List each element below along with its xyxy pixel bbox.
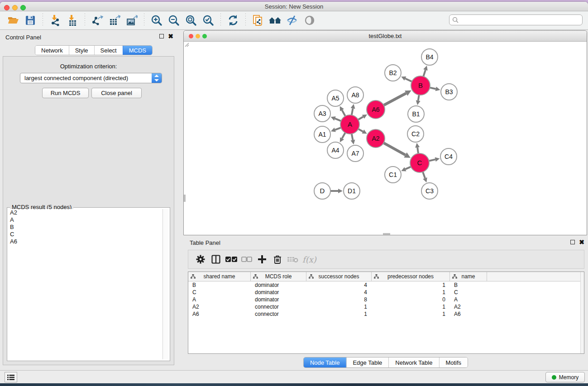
deselect-all-icon[interactable] [239, 253, 254, 266]
node-label-B: B [418, 81, 423, 89]
node-label-C4: C4 [445, 153, 453, 160]
mcds-result-list: A2ABCA6 [9, 209, 163, 359]
save-session-icon[interactable] [23, 13, 38, 28]
arrowhead-icon [415, 143, 420, 148]
table-cell: dominator [251, 296, 306, 303]
split-columns-icon[interactable] [208, 253, 224, 266]
window-title: Session: New Session [0, 3, 588, 10]
task-history-button[interactable] [5, 372, 17, 382]
close-panel-icon[interactable]: ✖ [168, 34, 173, 38]
network-canvas[interactable]: B4B2BB3A5A8A6A3B1AA1C2A2A4A7C4CC1C3DD1 [184, 42, 587, 235]
open-file-icon[interactable] [6, 13, 20, 28]
mcds-result-box: MCDS result (5 nodes) A2ABCA6 [7, 207, 170, 361]
run-mcds-button[interactable]: Run MCDS [42, 88, 89, 98]
column-header-predecessor-nodes[interactable]: predecessor nodes [372, 272, 450, 281]
import-table-icon[interactable] [65, 13, 80, 28]
tab-node-table[interactable]: Node Table [304, 357, 346, 367]
duplicate-network-icon[interactable] [251, 13, 265, 28]
tab-motifs[interactable]: Motifs [439, 357, 468, 367]
select-all-icon[interactable] [224, 253, 239, 266]
node-label-B2: B2 [389, 69, 397, 76]
refresh-icon[interactable] [226, 13, 240, 28]
table-cell: A [450, 296, 487, 303]
tab-style[interactable]: Style [69, 46, 94, 55]
table-body: Bdominator41BCdominator41CAdominator80AA… [188, 281, 580, 353]
import-network-icon[interactable] [48, 13, 62, 28]
table-cell: connector [251, 310, 306, 318]
table-cell: 1 [372, 289, 450, 296]
memory-button[interactable]: Memory [545, 372, 585, 382]
memory-status-icon [552, 375, 556, 380]
mcds-list-scrollbar[interactable] [163, 209, 168, 359]
arrowhead-icon [351, 104, 355, 109]
table-row[interactable]: Adominator80A [188, 296, 580, 303]
table-cell: 8 [306, 296, 372, 303]
criterion-value: largest connected component (directed) [24, 75, 128, 81]
canvas-vscroll-stub[interactable] [184, 195, 186, 202]
network-graph[interactable]: B4B2BB3A5A8A6A3B1AA1C2A2A4A7C4CC1C3DD1 [184, 42, 587, 235]
tab-select[interactable]: Select [94, 46, 123, 55]
column-header-MCDS-role[interactable]: MCDS role [251, 272, 306, 281]
mcds-result-item[interactable]: A [9, 216, 163, 224]
float-panel-icon[interactable] [159, 34, 164, 38]
edge-A6-B[interactable] [383, 93, 406, 106]
delete-column-icon[interactable] [270, 253, 285, 266]
zoom-selected-icon[interactable] [201, 13, 215, 28]
app-window: Session: New Session [0, 2, 588, 383]
control-panel-tabs: NetworkStyleSelectMCDS [35, 45, 153, 55]
show-eye-icon[interactable] [302, 13, 317, 28]
node-label-C2: C2 [411, 130, 420, 138]
toolbar-separator [85, 14, 85, 27]
optimization-criterion-label: Optimization criterion: [3, 63, 174, 70]
tab-edge-table[interactable]: Edge Table [346, 357, 388, 367]
resize-handle-icon[interactable] [184, 42, 189, 47]
hide-panels-icon[interactable] [285, 13, 300, 28]
mcds-result-item[interactable]: C [9, 231, 163, 238]
edge-A2-C[interactable] [383, 143, 406, 155]
table-panel-title: Table Panel [190, 239, 220, 246]
table-row[interactable]: Bdominator41B [188, 281, 580, 289]
table-cell: 1 [306, 303, 372, 310]
column-header-shared-name[interactable]: shared name [188, 272, 251, 281]
column-header-name[interactable]: name [450, 272, 487, 281]
close-table-panel-icon[interactable]: ✖ [579, 240, 584, 244]
tab-network[interactable]: Network [35, 46, 69, 55]
column-header-successor-nodes[interactable]: successor nodes [306, 272, 372, 281]
node-label-A3: A3 [318, 110, 326, 117]
export-network-icon[interactable] [90, 13, 105, 28]
arrowhead-icon [416, 100, 421, 105]
table-panel: Table Panel ✖ [183, 236, 588, 370]
node-label-B1: B1 [412, 110, 420, 118]
close-panel-button[interactable]: Close panel [91, 88, 142, 98]
function-builder-icon[interactable]: f(x) [302, 255, 316, 264]
table-cell: dominator [251, 281, 306, 289]
tab-mcds[interactable]: MCDS [123, 46, 152, 55]
delete-table-icon[interactable] [285, 253, 301, 266]
table-row[interactable]: A6connector11A6 [188, 310, 580, 318]
export-table-icon[interactable] [107, 13, 122, 28]
mcds-result-item[interactable]: A2 [9, 209, 163, 216]
export-image-icon[interactable] [124, 13, 139, 28]
criterion-dropdown[interactable]: largest connected component (directed) [20, 73, 162, 83]
table-cell: A2 [450, 303, 487, 310]
canvas-hscroll-stub[interactable] [383, 233, 390, 235]
table-row[interactable]: Cdominator41C [188, 289, 580, 296]
mcds-result-item[interactable]: B [9, 224, 163, 231]
toolbar-separator [245, 14, 246, 27]
add-column-icon[interactable] [254, 253, 270, 266]
toolbar-separator [43, 14, 43, 27]
settings-gear-icon[interactable] [193, 253, 208, 266]
home-icon[interactable] [268, 13, 282, 28]
mcds-result-item[interactable]: A6 [9, 238, 163, 245]
zoom-fit-icon[interactable] [184, 13, 198, 28]
node-label-D1: D1 [348, 187, 356, 195]
table-row[interactable]: A2connector11A2 [188, 303, 580, 310]
tab-network-table[interactable]: Network Table [388, 357, 439, 367]
search-input[interactable] [449, 14, 583, 25]
table-scrollbar[interactable] [580, 272, 584, 353]
zoom-in-icon[interactable] [149, 13, 164, 28]
table-header-row: shared nameMCDS rolesuccessor nodesprede… [188, 272, 580, 281]
zoom-out-icon[interactable] [167, 13, 181, 28]
network-window-titlebar[interactable]: testGlobe.txt [184, 31, 587, 42]
float-table-panel-icon[interactable] [570, 240, 575, 244]
